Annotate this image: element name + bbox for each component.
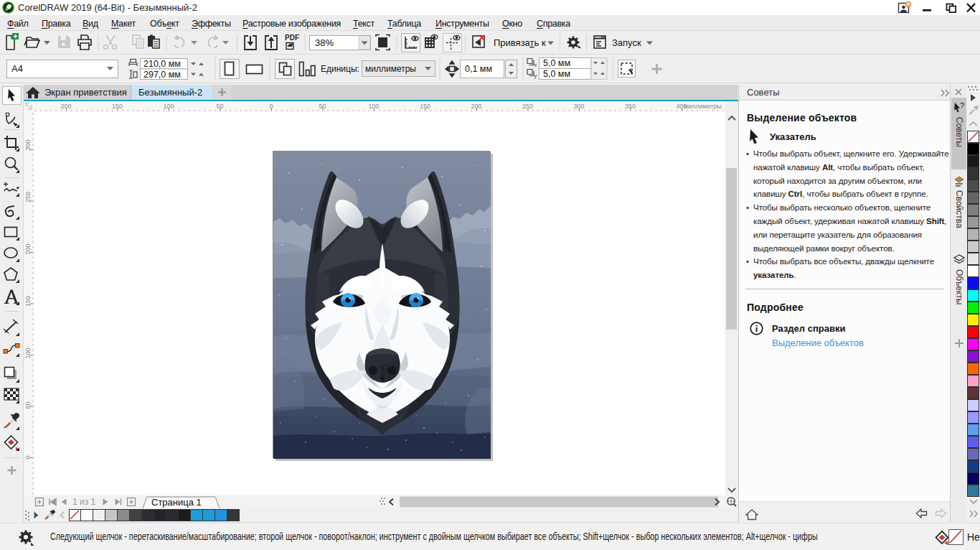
svg-text:200: 200: [24, 243, 32, 254]
svg-text:350: 350: [625, 103, 636, 110]
svg-text:x: x: [534, 62, 537, 68]
svg-text:1 из 1: 1 из 1: [72, 497, 96, 507]
svg-text:миллиметры: миллиметры: [365, 64, 416, 74]
svg-text:300: 300: [573, 103, 584, 110]
svg-text:⊘: ⊘: [907, 2, 910, 6]
svg-text:5,0 мм: 5,0 мм: [543, 69, 570, 79]
svg-text:5,0 мм: 5,0 мм: [543, 58, 570, 68]
svg-text:38%: 38%: [315, 37, 334, 48]
svg-text:50: 50: [216, 103, 223, 110]
svg-text:100: 100: [368, 103, 379, 110]
svg-text:150: 150: [112, 103, 123, 110]
svg-text:250: 250: [522, 103, 533, 110]
svg-text:297,0 мм: 297,0 мм: [143, 70, 181, 80]
svg-text:?: ?: [960, 101, 964, 110]
svg-text:Страница 1: Страница 1: [151, 497, 202, 508]
svg-text:300: 300: [24, 139, 32, 150]
svg-text:0: 0: [24, 455, 32, 459]
svg-text:A4: A4: [11, 63, 23, 74]
svg-text:миллиметры: миллиметры: [684, 103, 722, 110]
svg-text:0,1 мм: 0,1 мм: [465, 64, 492, 74]
svg-text:150: 150: [24, 296, 32, 307]
svg-text:Привязать к: Привязать к: [494, 37, 546, 48]
svg-text:100: 100: [163, 103, 174, 110]
svg-text:200: 200: [471, 103, 481, 110]
svg-text:0: 0: [269, 103, 273, 110]
svg-text:y: y: [534, 73, 537, 79]
svg-text:200: 200: [60, 103, 71, 110]
svg-text:150: 150: [420, 103, 430, 110]
svg-text:100: 100: [24, 348, 32, 358]
svg-text:Запуск: Запуск: [612, 37, 641, 48]
svg-text:50: 50: [24, 401, 32, 409]
svg-text:250: 250: [24, 192, 32, 202]
svg-text:210,0 мм: 210,0 мм: [143, 59, 181, 69]
svg-text:PDF: PDF: [285, 34, 299, 42]
svg-text:Единицы:: Единицы:: [321, 64, 359, 74]
svg-text:50: 50: [319, 103, 326, 110]
